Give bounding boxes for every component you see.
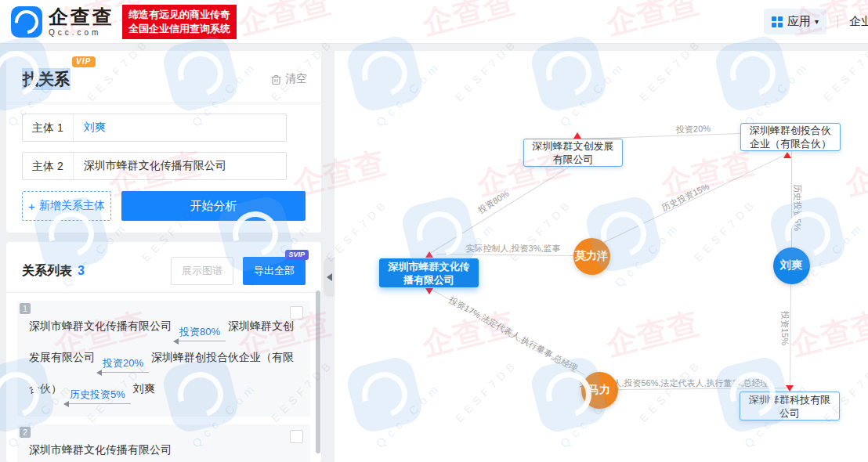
divider bbox=[6, 292, 321, 293]
results-title: 关系列表 bbox=[22, 263, 72, 280]
enterprise-link[interactable]: 企业 bbox=[849, 14, 868, 29]
relation-arrow-label: 历史投资5% bbox=[64, 388, 131, 401]
brand-domain: Qcc.com bbox=[49, 29, 114, 37]
collapse-panel-handle[interactable] bbox=[324, 258, 335, 297]
relation-arrow: 历史投资5% bbox=[64, 388, 131, 407]
svip-badge: SVIP bbox=[285, 250, 309, 260]
graph-node[interactable]: 马力 bbox=[581, 372, 618, 409]
subject-1-input[interactable]: 主体 1 刘爽 bbox=[22, 114, 287, 142]
graph-edge-label: 投资15% bbox=[779, 311, 790, 345]
entity-name: 深圳市蜂群文化传播有限公司 bbox=[29, 319, 172, 332]
relation-arrow-label: 投资80% bbox=[174, 325, 226, 338]
relation-item[interactable]: 2深圳市蜂群文化传播有限公司投资17%,法定代表人,执行董事,总经理马力实际控制… bbox=[17, 424, 310, 462]
nav-divider bbox=[837, 16, 838, 28]
relationship-graph-canvas[interactable]: 投资20%投资80%实际控制人,投资3%,监事历史投资15%历史投资5%投资15… bbox=[335, 51, 868, 462]
graph-edge-label: 投资17%,法定代表人,执行董事,总经理 bbox=[447, 294, 579, 375]
graph-edge-label: 投资20% bbox=[676, 123, 711, 136]
relation-list: 1深圳市蜂群文化传播有限公司投资80%深圳蜂群文创发展有限公司投资20%深圳蜂群… bbox=[17, 301, 310, 462]
add-subject-label: 新增关系主体 bbox=[39, 199, 105, 213]
relation-arrow-label: 投资20% bbox=[97, 356, 149, 370]
plus-icon: + bbox=[28, 200, 35, 213]
graph-edge-label: 历史投资15% bbox=[660, 181, 711, 214]
analyze-button[interactable]: 开始分析 bbox=[121, 191, 306, 221]
entity-name: 刘爽 bbox=[133, 382, 155, 395]
entity-name: 深圳市蜂群文化传播有限公司 bbox=[29, 443, 172, 456]
qcc-logo[interactable]: 企查查 Qcc.com 缔造有远见的商业传奇 全国企业信用查询系统 bbox=[11, 5, 237, 39]
graph-edge bbox=[429, 164, 573, 254]
edge-arrowhead-icon bbox=[573, 132, 581, 139]
graph-edge-label: 投资80% bbox=[476, 188, 511, 216]
relation-list-panel: 关系列表 3 展示图谱 导出全部 SVIP 1深圳市蜂群文化传播有限公司投资80… bbox=[6, 242, 321, 462]
results-count: 3 bbox=[78, 264, 85, 278]
edge-arrowhead-icon bbox=[425, 288, 433, 294]
arrow-left-icon bbox=[174, 338, 226, 345]
subject-2-value[interactable]: 深圳市蜂群文化传播有限公司 bbox=[74, 159, 226, 173]
brand-tagline: 缔造有远见的商业传奇 全国企业信用查询系统 bbox=[122, 5, 237, 39]
graph-node[interactable]: 刘爽 bbox=[773, 247, 810, 284]
relation-item[interactable]: 1深圳市蜂群文化传播有限公司投资80%深圳蜂群文创发展有限公司投资20%深圳蜂群… bbox=[17, 301, 310, 417]
qcc-logo-icon bbox=[11, 6, 42, 38]
item-checkbox[interactable] bbox=[290, 306, 303, 319]
panel-title: 找关系 bbox=[22, 68, 71, 90]
brand-block: 企查查 Qcc.com bbox=[49, 7, 114, 37]
brand-name: 企查查 bbox=[49, 7, 114, 27]
top-header: 企查查 Qcc.com 缔造有远见的商业传奇 全国企业信用查询系统 应用 ▾ 企… bbox=[0, 0, 868, 44]
subject-2-label: 主体 2 bbox=[23, 153, 74, 179]
export-all-label: 导出全部 bbox=[254, 265, 295, 276]
subject-1-label: 主体 1 bbox=[23, 114, 74, 141]
relation-finder-panel: 找关系 VIP 清空 主体 1 刘爽 主体 2 深圳市蜂群文化传播有限公司 bbox=[6, 51, 321, 233]
divider bbox=[6, 103, 321, 103]
subject-1-value[interactable]: 刘爽 bbox=[74, 121, 106, 135]
show-graph-button[interactable]: 展示图谱 bbox=[171, 257, 233, 285]
tagline-line1: 缔造有远见的商业传奇 bbox=[128, 8, 230, 22]
arrow-left-icon bbox=[97, 370, 149, 376]
edge-arrowhead-icon bbox=[783, 152, 791, 158]
add-subject-button[interactable]: + 新增关系主体 bbox=[22, 191, 111, 221]
relation-arrow: 投资80% bbox=[174, 325, 226, 345]
item-index-badge: 2 bbox=[20, 427, 31, 438]
caret-down-icon: ▾ bbox=[815, 17, 819, 26]
export-all-button[interactable]: 导出全部 SVIP bbox=[243, 257, 306, 285]
item-checkbox[interactable] bbox=[290, 430, 303, 443]
graph-edge-label: 实际控制人,投资3%,监事 bbox=[465, 243, 560, 254]
header-nav: 应用 ▾ 企业 bbox=[764, 9, 868, 34]
graph-node[interactable]: 深圳蜂群创投合伙企业（有限合伙） bbox=[740, 123, 841, 151]
arrow-left-icon bbox=[64, 401, 131, 407]
tagline-line2: 全国企业信用查询系统 bbox=[128, 22, 230, 36]
clear-button[interactable]: 清空 bbox=[270, 72, 307, 86]
graph-node[interactable]: 深圳蜂群文创发展有限公司 bbox=[523, 139, 623, 167]
apps-grid-icon bbox=[772, 16, 783, 27]
trash-icon bbox=[270, 74, 282, 85]
vip-badge: VIP bbox=[72, 56, 96, 67]
graph-node[interactable]: 莫力洋 bbox=[573, 238, 610, 275]
apps-label: 应用 bbox=[787, 14, 811, 29]
clear-label: 清空 bbox=[285, 72, 307, 86]
edge-arrowhead-icon bbox=[425, 251, 433, 258]
graph-edge-label: 历史投资5% bbox=[791, 184, 803, 231]
subject-2-input[interactable]: 主体 2 深圳市蜂群文化传播有限公司 bbox=[22, 152, 287, 180]
graph-node[interactable]: 深圳市蜂群文化传播有限公司 bbox=[379, 258, 479, 287]
graph-node[interactable]: 深圳蜂群科技有限公司 bbox=[740, 392, 840, 420]
item-index-badge: 1 bbox=[20, 303, 31, 314]
edge-arrowhead-icon bbox=[786, 385, 794, 392]
list-scrollbar-thumb[interactable] bbox=[316, 291, 320, 453]
apps-menu-button[interactable]: 应用 ▾ bbox=[764, 9, 826, 34]
relation-arrow: 投资20% bbox=[97, 356, 149, 376]
